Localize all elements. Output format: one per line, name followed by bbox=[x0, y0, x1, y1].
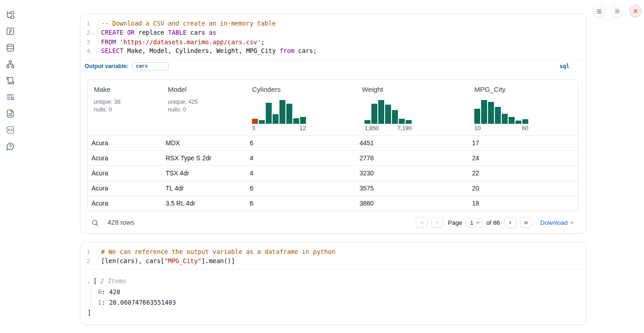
histogram-bar bbox=[495, 107, 501, 124]
sql-cell: 1-- Download a CSV and create an in-memo… bbox=[80, 14, 586, 233]
collapse-chevron-icon[interactable]: ⌄ bbox=[87, 279, 93, 284]
next-page-button[interactable] bbox=[504, 217, 516, 228]
documentation-icon[interactable] bbox=[2, 105, 18, 122]
table-footer: 428 rows Page 1 of 86 Download bbox=[87, 215, 578, 230]
code-line: # We can reference the output variable a… bbox=[101, 248, 335, 257]
download-button[interactable]: Download bbox=[540, 219, 574, 226]
page-select[interactable]: 1 bbox=[466, 218, 483, 227]
histogram-bar bbox=[399, 119, 405, 124]
file-explorer-icon[interactable] bbox=[2, 6, 18, 23]
code-line: FROM 'https://datasets.marimo.app/cars.c… bbox=[101, 38, 265, 47]
table-cell: Acura bbox=[88, 200, 162, 207]
histogram-bar bbox=[515, 121, 521, 124]
table-cell: TSX 4dr bbox=[162, 169, 246, 177]
histogram-bar bbox=[481, 100, 487, 124]
output-list-item: 0: 428 bbox=[98, 287, 579, 297]
table-row[interactable]: AcuraTL 4dr6357520 bbox=[88, 180, 578, 196]
snippets-icon[interactable] bbox=[2, 122, 18, 138]
histogram-bar bbox=[293, 118, 299, 124]
search-icon[interactable] bbox=[91, 219, 99, 227]
hamburger-menu-icon[interactable] bbox=[593, 5, 605, 17]
column-stat: unique: 38 bbox=[94, 98, 158, 106]
table-cell: 6 bbox=[246, 185, 356, 192]
open-bracket: [ bbox=[93, 277, 97, 285]
notebook-actions bbox=[593, 5, 642, 17]
table-cell: Acura bbox=[88, 169, 162, 177]
scratchpad-icon[interactable] bbox=[2, 72, 18, 89]
table-cell: 6 bbox=[246, 139, 356, 147]
code-line: CREATE OR replace TABLE cars as bbox=[101, 28, 216, 38]
table-row[interactable]: AcuraTSX 4dr4323022 bbox=[88, 165, 578, 180]
line-number: 1 bbox=[80, 19, 90, 28]
table-row[interactable]: AcuraMDX6445117 bbox=[88, 135, 578, 150]
python-output-area: ⌄[ 2 Items 0: 4281: 20.060747663551403 ] bbox=[80, 270, 586, 324]
histogram-bar bbox=[365, 120, 370, 124]
table-cell: Acura bbox=[88, 185, 162, 192]
table-row[interactable]: AcuraRSX Type S 2dr4277824 bbox=[88, 150, 578, 165]
table-cell: 4451 bbox=[356, 139, 468, 147]
table-cell: 6 bbox=[246, 200, 356, 207]
column-header-mpg-city[interactable]: MPG_City 10 60 bbox=[468, 79, 578, 135]
table-cell: Acura bbox=[88, 154, 162, 162]
histogram-bar bbox=[488, 102, 494, 124]
column-stat: nulls: 0 bbox=[168, 106, 242, 114]
table-cell: 18 bbox=[468, 200, 578, 207]
first-page-button[interactable] bbox=[416, 217, 428, 228]
table-cell: MDX bbox=[162, 139, 246, 147]
prev-page-button[interactable] bbox=[431, 217, 443, 228]
histogram-bar bbox=[378, 100, 384, 124]
weight-histogram: 1,850 7,190 bbox=[365, 100, 412, 132]
cylinders-histogram: 3 12 bbox=[252, 100, 306, 132]
last-page-button[interactable] bbox=[520, 217, 532, 228]
dependency-graph-icon[interactable] bbox=[2, 56, 18, 72]
help-icon[interactable] bbox=[2, 138, 18, 154]
hist-min-label: 3 bbox=[252, 125, 255, 132]
gear-icon[interactable] bbox=[611, 5, 623, 17]
output-variable-input[interactable] bbox=[132, 62, 169, 70]
items-count-label: 2 Items bbox=[100, 277, 126, 285]
table-cell: 4 bbox=[246, 154, 356, 162]
column-header-make[interactable]: Make unique: 38 nulls: 0 bbox=[88, 79, 162, 135]
histogram-bar bbox=[371, 104, 377, 124]
line-number: 3 bbox=[80, 38, 90, 47]
python-code-editor[interactable]: 1# We can reference the output variable … bbox=[80, 243, 586, 270]
table-row[interactable]: Acura3.5 RL 4dr6388018 bbox=[88, 196, 578, 211]
histogram-bar bbox=[509, 117, 515, 124]
line-number: 2 bbox=[80, 28, 90, 38]
logs-icon[interactable] bbox=[2, 89, 18, 105]
output-variable-label: Output variable: bbox=[85, 63, 129, 69]
table-cell: 3880 bbox=[356, 200, 468, 207]
table-cell: 22 bbox=[468, 169, 578, 177]
fold-chevron-icon[interactable]: ⌄ bbox=[90, 28, 96, 38]
table-body: AcuraMDX6445117AcuraRSX Type S 2dr427782… bbox=[88, 135, 578, 211]
table-cell: 3230 bbox=[356, 169, 468, 177]
column-header-weight[interactable]: Weight 1,850 7,190 bbox=[356, 79, 468, 135]
close-icon[interactable] bbox=[629, 5, 642, 17]
line-number: 1 bbox=[80, 248, 90, 257]
table-cell: 4 bbox=[246, 169, 356, 177]
sql-code-editor[interactable]: 1-- Download a CSV and create an in-memo… bbox=[80, 14, 586, 60]
table-cell: 2778 bbox=[356, 154, 468, 162]
table-cell: Acura bbox=[88, 139, 162, 147]
table-cell: RSX Type S 2dr bbox=[162, 154, 246, 162]
table-header: Make unique: 38 nulls: 0 Model unique: 4… bbox=[88, 79, 578, 135]
page-select-value: 1 bbox=[470, 219, 473, 226]
histogram-bar bbox=[279, 100, 285, 124]
helper-panel-sidebar bbox=[0, 0, 20, 333]
functions-icon[interactable] bbox=[2, 23, 18, 39]
chevron-down-icon bbox=[569, 220, 574, 225]
histogram-bar bbox=[502, 114, 508, 124]
language-badge[interactable]: sql bbox=[559, 63, 569, 69]
column-header-model[interactable]: Model unique: 425 nulls: 0 bbox=[162, 79, 246, 135]
line-number: 4 bbox=[80, 47, 90, 56]
column-header-cylinders[interactable]: Cylinders 3 12 bbox=[246, 79, 356, 135]
histogram-bar bbox=[273, 114, 279, 124]
histogram-bar bbox=[474, 109, 480, 124]
table-cell: 3575 bbox=[356, 185, 468, 192]
hist-max-label: 7,190 bbox=[397, 125, 412, 132]
data-table: Make unique: 38 nulls: 0 Model unique: 4… bbox=[87, 79, 578, 211]
column-stat: unique: 425 bbox=[168, 98, 242, 106]
data-sources-icon[interactable] bbox=[2, 39, 18, 56]
row-count: 428 rows bbox=[107, 219, 134, 226]
hist-min-label: 10 bbox=[474, 125, 481, 132]
